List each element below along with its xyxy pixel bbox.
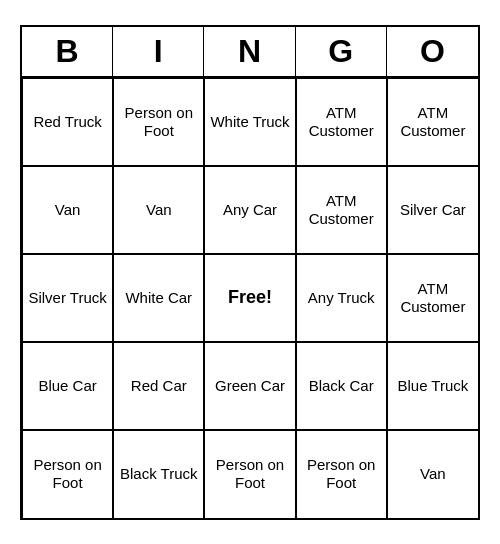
bingo-cell-r2-c0: Silver Truck bbox=[22, 254, 113, 342]
header-letter-b: B bbox=[22, 27, 113, 76]
bingo-cell-r3-c3: Black Car bbox=[296, 342, 387, 430]
bingo-cell-r1-c4: Silver Car bbox=[387, 166, 478, 254]
bingo-cell-r2-c4: ATM Customer bbox=[387, 254, 478, 342]
bingo-grid: Red TruckPerson on FootWhite TruckATM Cu… bbox=[22, 78, 478, 518]
bingo-cell-r2-c3: Any Truck bbox=[296, 254, 387, 342]
bingo-cell-r1-c0: Van bbox=[22, 166, 113, 254]
bingo-cell-r2-c2: Free! bbox=[204, 254, 295, 342]
bingo-cell-r1-c2: Any Car bbox=[204, 166, 295, 254]
bingo-card: BINGO Red TruckPerson on FootWhite Truck… bbox=[20, 25, 480, 520]
bingo-cell-r0-c1: Person on Foot bbox=[113, 78, 204, 166]
bingo-cell-r3-c1: Red Car bbox=[113, 342, 204, 430]
header-letter-i: I bbox=[113, 27, 204, 76]
header-letter-n: N bbox=[204, 27, 295, 76]
bingo-cell-r3-c4: Blue Truck bbox=[387, 342, 478, 430]
bingo-cell-r2-c1: White Car bbox=[113, 254, 204, 342]
bingo-cell-r4-c0: Person on Foot bbox=[22, 430, 113, 518]
bingo-cell-r4-c3: Person on Foot bbox=[296, 430, 387, 518]
bingo-cell-r0-c0: Red Truck bbox=[22, 78, 113, 166]
bingo-cell-r1-c1: Van bbox=[113, 166, 204, 254]
header-letter-g: G bbox=[296, 27, 387, 76]
bingo-cell-r0-c4: ATM Customer bbox=[387, 78, 478, 166]
header-letter-o: O bbox=[387, 27, 478, 76]
bingo-cell-r0-c2: White Truck bbox=[204, 78, 295, 166]
bingo-cell-r3-c0: Blue Car bbox=[22, 342, 113, 430]
bingo-cell-r4-c4: Van bbox=[387, 430, 478, 518]
bingo-cell-r0-c3: ATM Customer bbox=[296, 78, 387, 166]
bingo-cell-r4-c2: Person on Foot bbox=[204, 430, 295, 518]
bingo-header: BINGO bbox=[22, 27, 478, 78]
bingo-cell-r3-c2: Green Car bbox=[204, 342, 295, 430]
bingo-cell-r1-c3: ATM Customer bbox=[296, 166, 387, 254]
bingo-cell-r4-c1: Black Truck bbox=[113, 430, 204, 518]
